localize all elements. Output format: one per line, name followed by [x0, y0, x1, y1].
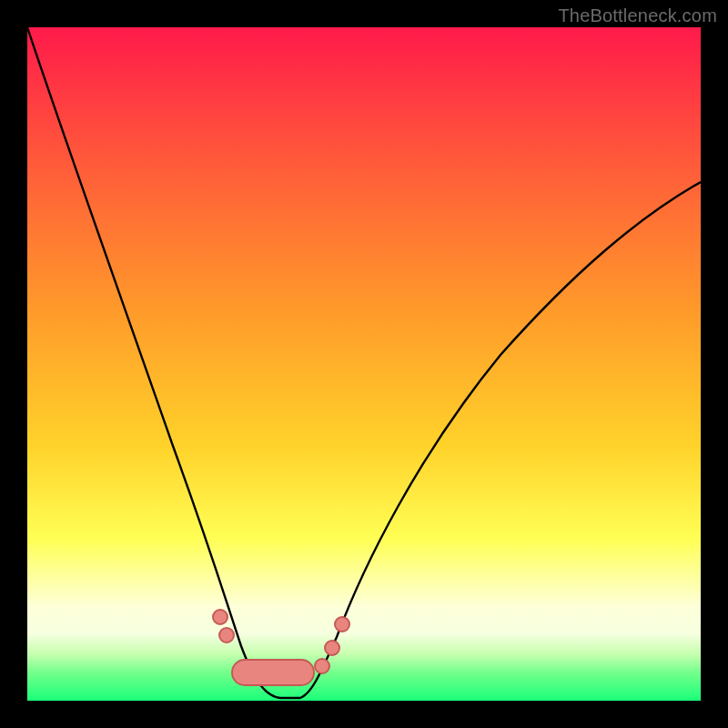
marker-bar [232, 660, 314, 685]
bottleneck-curve [27, 27, 701, 698]
plot-area [27, 27, 701, 701]
watermark-text: TheBottleneck.com [558, 5, 717, 26]
marker-dot [219, 628, 234, 642]
marker-dot [335, 617, 349, 632]
marker-dot [325, 641, 339, 655]
marker-dot [213, 610, 228, 624]
marker-dot [315, 659, 329, 673]
chart-frame: TheBottleneck.com [0, 0, 728, 728]
curve-layer [27, 27, 701, 701]
